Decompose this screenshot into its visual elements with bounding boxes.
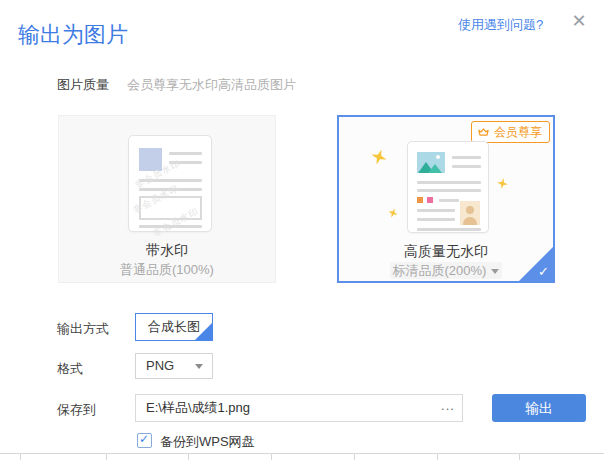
- backup-label[interactable]: 备份到WPS网盘: [160, 433, 255, 451]
- hq-doc-preview: [407, 141, 489, 233]
- check-icon: ✓: [204, 314, 211, 340]
- member-badge-label: 会员尊享: [494, 122, 542, 142]
- browse-button[interactable]: ...: [436, 396, 460, 420]
- save-to-label: 保存到: [57, 401, 96, 419]
- output-mode-label: 输出方式: [57, 320, 109, 338]
- photo-placeholder-icon: [417, 152, 445, 173]
- chevron-down-icon: [195, 364, 203, 369]
- avatar-placeholder: [460, 201, 480, 225]
- watermarked-title: 带水印: [59, 242, 275, 260]
- close-icon[interactable]: ✕: [566, 8, 592, 34]
- export-button[interactable]: 输出: [492, 394, 586, 422]
- help-link[interactable]: 使用遇到问题?: [458, 16, 543, 34]
- crown-icon: [477, 126, 490, 139]
- chevron-down-icon: [491, 269, 499, 274]
- background-grid-line: [0, 453, 604, 454]
- watermarked-doc-preview: 非会员水印 非会员水印 非会员水印: [128, 135, 212, 232]
- format-select[interactable]: PNG: [135, 353, 213, 379]
- dialog-title: 输出为图片: [18, 20, 128, 50]
- quality-label: 图片质量: [57, 76, 109, 94]
- save-path-input[interactable]: E:\样品\成绩1.png: [135, 394, 463, 422]
- export-image-dialog: 输出为图片 使用遇到问题? ✕ 图片质量 会员尊享无水印高清品质图片 非会员水印…: [0, 0, 604, 460]
- hq-title: 高质量无水印: [339, 243, 553, 261]
- hq-quality-dropdown[interactable]: 标清品质(200%): [339, 262, 553, 280]
- backup-checkbox[interactable]: ✓: [137, 433, 152, 448]
- check-icon: ✓: [139, 432, 149, 446]
- quality-hint: 会员尊享无水印高清品质图片: [127, 76, 296, 94]
- quality-option-watermarked[interactable]: 非会员水印 非会员水印 非会员水印 带水印 普通品质(100%): [58, 115, 276, 283]
- watermarked-quality: 普通品质(100%): [59, 261, 275, 279]
- doc-bullet-pink: [427, 197, 433, 203]
- format-label: 格式: [57, 360, 83, 378]
- sparkle-icon: [387, 207, 400, 220]
- check-icon: ✓: [538, 264, 549, 279]
- quality-option-hq-no-watermark[interactable]: 会员尊享 高质量无水印 标清品质(200%): [337, 115, 555, 283]
- sparkle-icon: [369, 147, 389, 167]
- sparkle-icon: [496, 177, 509, 190]
- member-badge: 会员尊享: [471, 121, 550, 143]
- merge-long-image-button[interactable]: 合成长图 ✓: [135, 313, 213, 341]
- doc-bullet-orange: [417, 197, 423, 203]
